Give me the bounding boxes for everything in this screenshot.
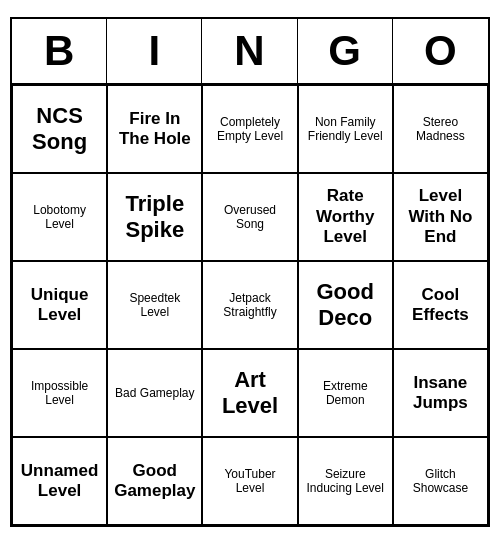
bingo-cell-7: Overused Song — [202, 173, 297, 261]
bingo-card: BINGO NCS SongFire In The HoleCompletely… — [10, 17, 490, 527]
bingo-cell-text-10: Unique Level — [19, 285, 100, 326]
bingo-letter-i: I — [107, 19, 202, 83]
bingo-cell-text-21: Good Gameplay — [114, 461, 195, 502]
bingo-cell-text-24: Glitch Showcase — [400, 467, 481, 496]
bingo-cell-text-11: Speedtek Level — [114, 291, 195, 320]
bingo-letter-o: O — [393, 19, 488, 83]
bingo-cell-text-23: Seizure Inducing Level — [305, 467, 386, 496]
bingo-cell-text-2: Completely Empty Level — [209, 115, 290, 144]
bingo-cell-text-5: Lobotomy Level — [19, 203, 100, 232]
bingo-cell-22: YouTuber Level — [202, 437, 297, 525]
bingo-cell-10: Unique Level — [12, 261, 107, 349]
bingo-cell-text-19: Insane Jumps — [400, 373, 481, 414]
bingo-cell-0: NCS Song — [12, 85, 107, 173]
bingo-cell-text-22: YouTuber Level — [209, 467, 290, 496]
bingo-letter-g: G — [298, 19, 393, 83]
bingo-cell-text-15: Impossible Level — [19, 379, 100, 408]
bingo-cell-3: Non Family Friendly Level — [298, 85, 393, 173]
bingo-cell-text-16: Bad Gameplay — [115, 386, 194, 400]
bingo-cell-19: Insane Jumps — [393, 349, 488, 437]
bingo-cell-text-9: Level With No End — [400, 186, 481, 247]
bingo-cell-text-3: Non Family Friendly Level — [305, 115, 386, 144]
bingo-cell-14: Cool Effects — [393, 261, 488, 349]
bingo-cell-text-12: Jetpack Straightfly — [209, 291, 290, 320]
bingo-cell-text-0: NCS Song — [19, 103, 100, 156]
bingo-cell-23: Seizure Inducing Level — [298, 437, 393, 525]
bingo-cell-20: Unnamed Level — [12, 437, 107, 525]
bingo-cell-4: Stereo Madness — [393, 85, 488, 173]
bingo-cell-text-7: Overused Song — [209, 203, 290, 232]
bingo-cell-text-1: Fire In The Hole — [114, 109, 195, 150]
bingo-cell-text-4: Stereo Madness — [400, 115, 481, 144]
bingo-cell-2: Completely Empty Level — [202, 85, 297, 173]
bingo-header: BINGO — [12, 19, 488, 85]
bingo-letter-b: B — [12, 19, 107, 83]
bingo-cell-24: Glitch Showcase — [393, 437, 488, 525]
bingo-cell-21: Good Gameplay — [107, 437, 202, 525]
bingo-cell-9: Level With No End — [393, 173, 488, 261]
bingo-cell-16: Bad Gameplay — [107, 349, 202, 437]
bingo-cell-13: Good Deco — [298, 261, 393, 349]
bingo-cell-12: Jetpack Straightfly — [202, 261, 297, 349]
bingo-cell-text-14: Cool Effects — [400, 285, 481, 326]
bingo-cell-6: Triple Spike — [107, 173, 202, 261]
bingo-grid: NCS SongFire In The HoleCompletely Empty… — [12, 85, 488, 525]
bingo-cell-text-20: Unnamed Level — [19, 461, 100, 502]
bingo-cell-18: Extreme Demon — [298, 349, 393, 437]
bingo-cell-text-6: Triple Spike — [114, 191, 195, 244]
bingo-cell-17: Art Level — [202, 349, 297, 437]
bingo-cell-1: Fire In The Hole — [107, 85, 202, 173]
bingo-cell-15: Impossible Level — [12, 349, 107, 437]
bingo-letter-n: N — [202, 19, 297, 83]
bingo-cell-11: Speedtek Level — [107, 261, 202, 349]
bingo-cell-text-13: Good Deco — [305, 279, 386, 332]
bingo-cell-8: Rate Worthy Level — [298, 173, 393, 261]
bingo-cell-text-18: Extreme Demon — [305, 379, 386, 408]
bingo-cell-text-17: Art Level — [209, 367, 290, 420]
bingo-cell-text-8: Rate Worthy Level — [305, 186, 386, 247]
bingo-cell-5: Lobotomy Level — [12, 173, 107, 261]
